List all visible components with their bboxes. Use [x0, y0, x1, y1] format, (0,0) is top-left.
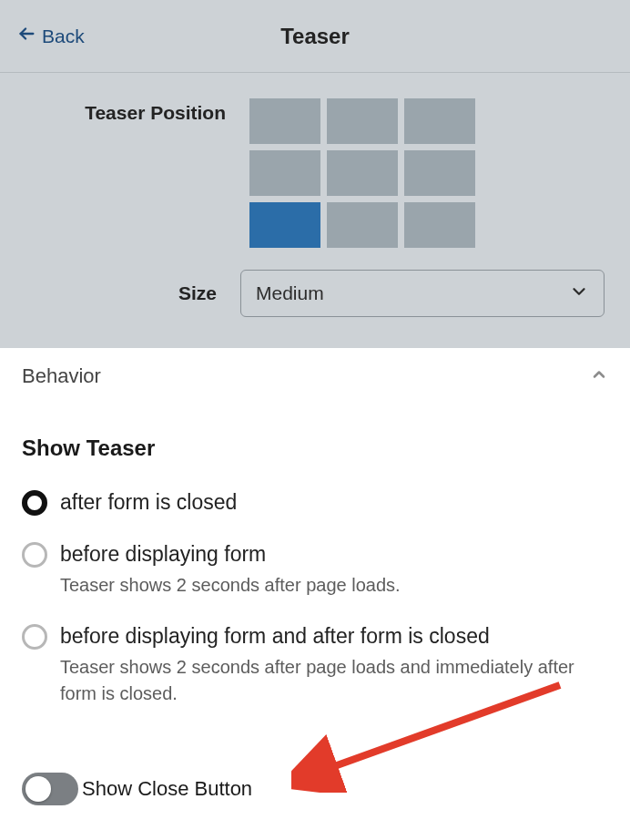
position-cell-0[interactable] — [249, 98, 320, 144]
back-label: Back — [42, 26, 85, 47]
position-cell-8[interactable] — [404, 202, 475, 248]
radio-icon — [22, 624, 47, 650]
teaser-position-label: Teaser Position — [22, 98, 249, 124]
size-select[interactable]: Medium — [240, 270, 605, 317]
show-close-button-toggle[interactable] — [22, 773, 78, 805]
back-button[interactable]: Back — [0, 24, 85, 48]
radio-option-before-display[interactable]: before displaying form Teaser shows 2 se… — [22, 533, 608, 615]
position-grid — [249, 98, 475, 248]
radio-subtext: Teaser shows 2 seconds after page loads. — [60, 569, 608, 599]
header-bar: Back Teaser — [0, 0, 630, 73]
teaser-position-row: Teaser Position — [0, 73, 630, 264]
radio-subtext: Teaser shows 2 seconds after page loads … — [60, 650, 608, 707]
size-row: Size Medium — [0, 264, 630, 348]
position-cell-3[interactable] — [249, 150, 320, 196]
teaser-settings-dimmed-panel: Back Teaser Teaser Position Size Medium — [0, 0, 630, 348]
radio-text: after form is closed — [60, 488, 608, 517]
size-value: Medium — [256, 282, 324, 304]
position-cell-7[interactable] — [327, 202, 398, 248]
behavior-title: Behavior — [22, 364, 101, 388]
arrow-left-icon — [16, 24, 36, 48]
radio-label: before displaying form — [60, 540, 608, 569]
show-close-button-row: Show Close Button — [22, 723, 608, 833]
show-close-button-label: Show Close Button — [82, 777, 252, 801]
position-cell-4[interactable] — [327, 150, 398, 196]
radio-option-before-and-after[interactable]: before displaying form and after form is… — [22, 615, 608, 723]
size-label: Size — [22, 282, 240, 304]
position-cell-2[interactable] — [404, 98, 475, 144]
show-teaser-heading: Show Teaser — [22, 401, 608, 481]
position-cell-5[interactable] — [404, 150, 475, 196]
behavior-section: Behavior Show Teaser after form is close… — [0, 348, 630, 840]
radio-icon — [22, 490, 47, 516]
page-title: Teaser — [280, 24, 350, 49]
position-cell-1[interactable] — [327, 98, 398, 144]
radio-text: before displaying form and after form is… — [60, 622, 608, 707]
toggle-knob — [25, 776, 51, 802]
radio-label: after form is closed — [60, 488, 608, 517]
radio-text: before displaying form Teaser shows 2 se… — [60, 540, 608, 599]
chevron-down-icon — [569, 282, 589, 306]
radio-label: before displaying form and after form is… — [60, 622, 608, 650]
position-cell-6[interactable] — [249, 202, 320, 248]
behavior-section-header[interactable]: Behavior — [22, 348, 608, 401]
radio-option-after-closed[interactable]: after form is closed — [22, 481, 608, 533]
chevron-up-icon — [590, 365, 608, 387]
radio-icon — [22, 542, 47, 568]
